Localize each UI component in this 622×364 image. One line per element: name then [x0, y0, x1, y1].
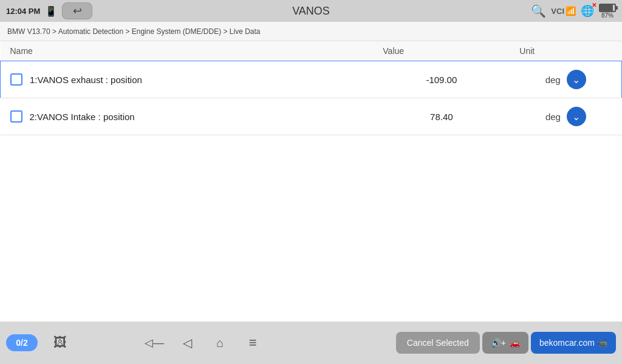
video-record-button[interactable]: bekomcar.com 📹 [531, 332, 616, 354]
row1-value: -109.00 [373, 61, 510, 98]
battery-percent: 87% [601, 12, 613, 19]
nav-icons: ◁— ◁ ⌂ ≡ [139, 328, 268, 358]
back-button[interactable]: ↩ [62, 2, 92, 19]
bekom-button[interactable]: 🔊+ 🚗 [482, 332, 528, 354]
row1-expand-button[interactable]: ⌄ [567, 70, 586, 89]
table-row: 1:VANOS exhaust : position -109.00 deg ⌄ [1, 61, 622, 98]
tablet-icon: 📱 [45, 5, 57, 17]
table-header: Name Value Unit [1, 41, 622, 61]
col-header-value: Value [373, 41, 510, 61]
globe-x-mark: ✕ [592, 2, 596, 8]
volume-down-button[interactable]: ◁— [139, 328, 169, 358]
battery-bar [599, 4, 616, 12]
globe-icon: 🌐 ✕ [581, 4, 594, 18]
home-button[interactable]: ⌂ [205, 328, 235, 358]
back-nav-button[interactable]: ◁ [172, 328, 202, 358]
row2-unit: deg [545, 112, 561, 122]
page-title: VANOS [292, 5, 330, 18]
chevron-down-icon: ⌄ [572, 74, 580, 86]
row1-name-cell: 1:VANOS exhaust : position [1, 61, 374, 98]
selection-counter: 0/2 [6, 334, 38, 351]
vci-badge: VCI 📶 [551, 6, 576, 16]
row2-name: 2:VANOS Intake : position [30, 112, 135, 122]
cancel-selected-button[interactable]: Cancel Selected [396, 332, 480, 354]
row2-name-cell: 2:VANOS Intake : position [1, 98, 374, 135]
toolbar-right-group: Cancel Selected 🔊+ 🚗 bekomcar.com 📹 [396, 332, 616, 354]
col-header-unit: Unit [510, 41, 621, 61]
row2-value: 78.40 [373, 98, 510, 135]
breadcrumb-text: BMW V13.70 > Automatic Detection > Engin… [7, 27, 261, 36]
bekom-label: bekomcar.com [539, 338, 595, 348]
wifi-icon: 📶 [566, 6, 576, 16]
breadcrumb: BMW V13.70 > Automatic Detection > Engin… [0, 22, 622, 41]
live-data-table: Name Value Unit 1:VANOS exhaust : positi… [0, 41, 622, 135]
photo-icon-button[interactable]: 🖼 [45, 328, 75, 358]
vci-label: VCI [551, 7, 564, 16]
main-content: Name Value Unit 1:VANOS exhaust : positi… [0, 41, 622, 322]
car-diag-icon: 🚗 [510, 338, 520, 348]
row1-checkbox[interactable] [10, 73, 22, 86]
table-row: 2:VANOS Intake : position 78.40 deg ⌄ [1, 98, 622, 135]
row1-unit-cell: deg ⌄ [510, 61, 621, 98]
row2-checkbox[interactable] [10, 110, 22, 123]
back-arrow-icon: ↩ [73, 5, 82, 16]
status-right: 🔍 VCI 📶 🌐 ✕ 87% [531, 4, 616, 19]
status-bar: 12:04 PM 📱 ↩ VANOS 🔍 VCI 📶 🌐 ✕ 87% [0, 0, 622, 22]
status-left: 12:04 PM 📱 ↩ [6, 2, 92, 19]
row2-unit-cell: deg ⌄ [510, 98, 621, 135]
volume-up-icon: 🔊+ [491, 338, 506, 348]
row1-unit: deg [545, 75, 561, 85]
bottom-toolbar: 0/2 🖼 ◁— ◁ ⌂ ≡ Cancel Selected 🔊+ 🚗 beko… [0, 322, 622, 364]
chevron-down-icon: ⌄ [572, 111, 580, 123]
battery-indicator: 87% [599, 4, 616, 19]
row2-expand-button[interactable]: ⌄ [567, 107, 586, 126]
menu-button[interactable]: ≡ [238, 328, 268, 358]
search-icon[interactable]: 🔍 [531, 4, 546, 18]
battery-fill [600, 5, 613, 11]
time-display: 12:04 PM [6, 7, 40, 16]
col-header-name: Name [1, 41, 374, 61]
video-icon: 📹 [597, 338, 607, 348]
row1-name: 1:VANOS exhaust : position [30, 75, 142, 85]
